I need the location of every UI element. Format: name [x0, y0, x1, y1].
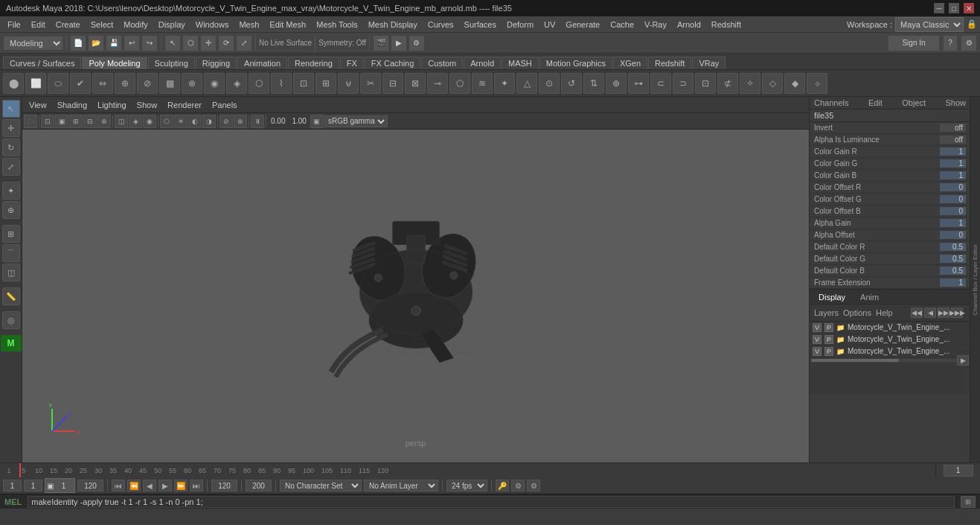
minimize-button[interactable]: ─	[934, 3, 944, 13]
maya-logo[interactable]: M	[1, 335, 22, 351]
shelf-tab-xgen[interactable]: XGen	[613, 57, 647, 69]
vp-gate-btn[interactable]: ⊡	[41, 115, 54, 128]
menu-mesh-tools[interactable]: Mesh Tools	[312, 19, 362, 31]
vp-flat-btn[interactable]: ◉	[143, 115, 156, 128]
snap-to-grid-btn[interactable]: ⊞	[2, 225, 20, 243]
menu-generate[interactable]: Generate	[561, 19, 604, 31]
menu-edit[interactable]: Edit	[27, 19, 50, 31]
layer-visibility-3[interactable]: V	[813, 347, 822, 356]
vp-wireframe-btn[interactable]: ◫	[115, 115, 128, 128]
options-menu[interactable]: Options	[843, 308, 871, 317]
vp-shadow-btn[interactable]: ◐	[188, 115, 202, 128]
channels-menu[interactable]: Channels	[814, 98, 848, 107]
object-menu[interactable]: Object	[902, 98, 926, 107]
range-out-input[interactable]	[246, 480, 272, 491]
move-btn[interactable]: ✛	[2, 119, 20, 137]
lasso-select-btn[interactable]: ⬡	[182, 35, 199, 51]
vp-smooth-btn[interactable]: ◈	[129, 115, 142, 128]
playback-settings-btn[interactable]: ⚙	[527, 480, 540, 491]
shelf-tab-arnold[interactable]: Arnold	[464, 57, 501, 69]
vp-isolate-btn[interactable]: ⊘	[220, 115, 233, 128]
shelf-icon-4[interactable]: ✔	[70, 73, 91, 94]
save-scene-btn[interactable]: 💾	[106, 35, 122, 51]
shelf-icon-19[interactable]: ⊠	[405, 73, 426, 94]
script-editor-btn[interactable]: ⊞	[961, 496, 976, 508]
shelf-icon-30[interactable]: ⊂	[650, 73, 671, 94]
menu-modify[interactable]: Modify	[119, 19, 152, 31]
menu-file[interactable]: File	[3, 19, 25, 31]
settings-btn[interactable]: ⚙	[511, 480, 525, 491]
shelf-icon-24[interactable]: △	[516, 73, 537, 94]
rotate-btn[interactable]: ↻	[2, 139, 20, 156]
shelf-icon-7[interactable]: ⊘	[137, 73, 158, 94]
layers-menu[interactable]: Layers	[814, 308, 839, 317]
range-start-input[interactable]	[3, 480, 22, 491]
layer-name-1[interactable]: Motorcycle_V_Twin_Engine_...	[848, 323, 967, 331]
shading-menu[interactable]: Shading	[54, 99, 91, 111]
step-fwd-btn[interactable]: ⏩	[174, 480, 188, 491]
select-arrow-btn[interactable]: ↖	[2, 100, 20, 118]
menu-create[interactable]: Create	[51, 19, 85, 31]
shelf-icon-11[interactable]: ◈	[226, 73, 247, 94]
shelf-icon-33[interactable]: ⊄	[717, 73, 738, 94]
shelf-icon-13[interactable]: ⌇	[271, 73, 292, 94]
frame-range-input[interactable]	[54, 480, 73, 491]
shelf-icon-17[interactable]: ✂	[360, 73, 381, 94]
go-start-btn[interactable]: ⏮	[112, 480, 125, 491]
menu-redshift[interactable]: Redshift	[707, 19, 746, 31]
menu-curves[interactable]: Curves	[423, 19, 458, 31]
universal-manip-btn[interactable]: ✦	[2, 182, 20, 200]
fps-select[interactable]: 24 fps 30 fps 60 fps	[446, 480, 487, 491]
vp-safe-area-btn[interactable]: ⊞	[69, 115, 83, 128]
ipr-render-btn[interactable]: ▶	[391, 35, 407, 51]
layer-name-2[interactable]: Motorcycle_V_Twin_Engine_...	[848, 335, 967, 343]
command-input[interactable]	[28, 496, 955, 508]
menu-windows[interactable]: Windows	[191, 19, 234, 31]
panels-menu[interactable]: Panels	[208, 99, 241, 111]
make-live-btn[interactable]: ◎	[2, 311, 20, 329]
menu-mesh-display[interactable]: Mesh Display	[364, 19, 422, 31]
shelf-tab-redshift[interactable]: Redshift	[648, 57, 691, 69]
menu-select[interactable]: Select	[86, 19, 118, 31]
show-menu[interactable]: Show	[945, 98, 966, 107]
shelf-icon-26[interactable]: ↺	[561, 73, 582, 94]
shelf-icon-15[interactable]: ⊞	[316, 73, 336, 94]
current-frame-input[interactable]	[944, 465, 973, 477]
play-back-btn[interactable]: ◀	[143, 480, 156, 491]
vp-hud-btn[interactable]: ⊕	[97, 115, 111, 128]
shelf-icon-9[interactable]: ⊗	[182, 73, 202, 94]
mode-select[interactable]: Modeling Rigging Animation FX Rendering	[3, 36, 63, 51]
layer-name-3[interactable]: Motorcycle_V_Twin_Engine_...	[848, 347, 967, 355]
scale-tool-btn[interactable]: ⤢	[236, 35, 252, 51]
vp-playblast-pause-btn[interactable]: ⏸	[251, 115, 264, 128]
menu-edit-mesh[interactable]: Edit Mesh	[265, 19, 310, 31]
help-btn[interactable]: ?	[943, 35, 958, 51]
menu-deform[interactable]: Deform	[502, 19, 538, 31]
vp-grid-btn[interactable]: ⊟	[83, 115, 97, 128]
layer-playback-3[interactable]: P	[824, 347, 833, 356]
character-set-select[interactable]: No Character Set	[280, 480, 362, 491]
shelf-icon-22[interactable]: ≋	[472, 73, 493, 94]
move-tool-btn[interactable]: ✛	[200, 35, 217, 51]
undo-btn[interactable]: ↩	[124, 35, 140, 51]
sign-in-btn[interactable]: Sign In	[888, 35, 940, 51]
menu-vray[interactable]: V-Ray	[640, 19, 671, 31]
maximize-button[interactable]: □	[949, 3, 959, 13]
snap-to-curve-btn[interactable]: ⌒	[2, 244, 20, 262]
shelf-icon-36[interactable]: ◆	[784, 73, 805, 94]
current-time-input[interactable]	[211, 480, 237, 491]
shelf-tab-anim[interactable]: Animation	[237, 57, 287, 69]
snap-to-surface-btn[interactable]: ◫	[2, 264, 20, 281]
shelf-icon-27[interactable]: ⇅	[583, 73, 604, 94]
edit-menu[interactable]: Edit	[868, 98, 883, 107]
shelf-icon-2[interactable]: ⬜	[25, 73, 46, 94]
vp-xray-btn[interactable]: ⊗	[234, 115, 247, 128]
display-tab[interactable]: Display	[813, 291, 851, 303]
shelf-icon-16[interactable]: ⊎	[338, 73, 359, 94]
auto-key-btn[interactable]: 🔑	[496, 480, 509, 491]
lighting-menu[interactable]: Lighting	[94, 99, 130, 111]
menu-display[interactable]: Display	[154, 19, 190, 31]
viewport-3d[interactable]: persp X Y Z	[22, 130, 809, 462]
scroll-right-btn[interactable]: ▶	[957, 355, 969, 366]
scale-btn[interactable]: ⤢	[2, 158, 20, 176]
